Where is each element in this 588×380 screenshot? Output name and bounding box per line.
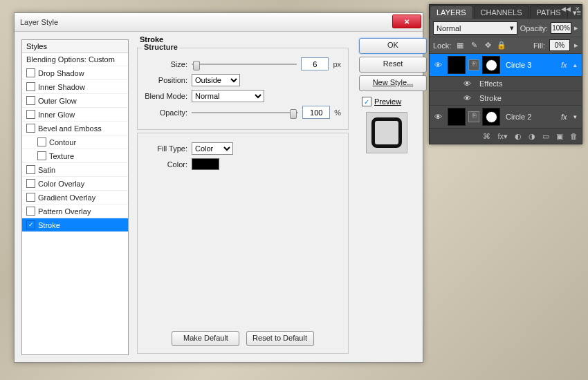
checkbox-icon[interactable] <box>362 97 371 106</box>
checkbox-icon[interactable] <box>26 82 35 91</box>
style-color-overlay[interactable]: Color Overlay <box>22 177 128 191</box>
style-inner-glow[interactable]: Inner Glow <box>22 108 128 122</box>
fx-badge[interactable]: fx <box>561 61 573 69</box>
checkbox-icon[interactable] <box>37 151 46 160</box>
style-outer-glow[interactable]: Outer Glow <box>22 94 128 108</box>
style-texture[interactable]: Texture <box>22 149 128 163</box>
visibility-eye-icon[interactable]: 👁 <box>430 113 446 121</box>
opacity-value[interactable]: 100% <box>551 22 571 34</box>
dialog-titlebar[interactable]: Layer Style ✕ <box>15 13 423 32</box>
panel-tabs: LAYERS CHANNELS PATHS ▾≡ <box>430 5 582 19</box>
blend-mode-dropdown[interactable]: Normal▾ <box>433 21 517 35</box>
mask-icon[interactable]: ◐ <box>515 132 522 141</box>
adjustment-icon[interactable]: ◑ <box>529 132 535 141</box>
close-icon[interactable]: ✕ <box>575 6 580 12</box>
tab-channels[interactable]: CHANNELS <box>474 6 529 19</box>
fill-label: Fill: <box>533 41 545 50</box>
blend-mode-select[interactable]: Normal <box>192 90 264 102</box>
checkbox-icon[interactable] <box>26 165 35 174</box>
style-bevel-emboss[interactable]: Bevel and Emboss <box>22 122 128 135</box>
layer-style-dialog: Layer Style ✕ Styles Blending Options: C… <box>14 12 423 363</box>
size-input[interactable] <box>301 57 329 70</box>
panel-collapse-controls[interactable]: ◀◀✕ <box>561 6 580 12</box>
chevron-right-icon[interactable]: ▸ <box>574 41 578 50</box>
size-slider[interactable] <box>192 60 297 68</box>
style-pattern-overlay[interactable]: Pattern Overlay <box>22 205 128 218</box>
stroke-effect-row[interactable]: 👁Stroke <box>430 91 582 105</box>
opacity-slider[interactable] <box>192 108 298 117</box>
layer-row[interactable]: 👁 ⎘ Circle 3 fx ▴ <box>430 53 582 76</box>
checkbox-icon[interactable] <box>26 96 35 105</box>
style-drop-shadow[interactable]: Drop Shadow <box>22 66 128 80</box>
styles-header[interactable]: Styles <box>22 40 128 53</box>
fill-value[interactable]: 0% <box>549 39 570 51</box>
trash-icon[interactable]: 🗑 <box>570 132 578 140</box>
style-contour[interactable]: Contour <box>22 135 128 149</box>
fill-type-select[interactable]: Color <box>192 142 233 155</box>
checkbox-icon[interactable] <box>26 179 35 188</box>
layer-mask-thumbnail[interactable] <box>482 108 500 126</box>
checkbox-icon[interactable] <box>26 193 35 202</box>
folder-icon[interactable]: ▭ <box>542 132 549 141</box>
color-swatch[interactable] <box>192 158 219 170</box>
link-icon[interactable]: ⎘ <box>468 111 479 122</box>
layers-bottom-bar: ⌘ fx▾ ◐ ◑ ▭ ▣ 🗑 <box>430 128 582 144</box>
link-icon[interactable]: ⎘ <box>468 59 479 70</box>
lock-transparency-icon[interactable]: ▦ <box>455 41 465 50</box>
layer-row[interactable]: 👁 ⎘ Circle 2 fx ▾ <box>430 105 582 128</box>
checkbox-icon[interactable] <box>37 137 46 146</box>
fx-badge[interactable]: fx <box>561 113 573 121</box>
layer-name[interactable]: Circle 2 <box>502 113 561 121</box>
style-inner-shadow[interactable]: Inner Shadow <box>22 80 128 94</box>
size-label: Size: <box>145 60 187 68</box>
preview-label: Preview <box>374 97 401 106</box>
position-select[interactable]: Outside <box>192 74 240 86</box>
layer-thumbnail[interactable] <box>448 56 466 74</box>
link-layers-icon[interactable]: ⌘ <box>483 132 490 141</box>
checkbox-icon[interactable] <box>26 110 35 119</box>
group-label-structure: Structure <box>142 43 180 51</box>
checkbox-icon[interactable] <box>26 220 35 229</box>
make-default-button[interactable]: Make Default <box>172 331 239 346</box>
reset-default-button[interactable]: Reset to Default <box>246 331 314 346</box>
lock-label: Lock: <box>433 41 451 50</box>
new-layer-icon[interactable]: ▣ <box>556 132 563 141</box>
chevron-down-icon[interactable]: ▾ <box>573 113 582 120</box>
checkbox-icon[interactable] <box>26 68 35 77</box>
style-gradient-overlay[interactable]: Gradient Overlay <box>22 191 128 205</box>
chevron-right-icon[interactable]: ▸ <box>574 23 578 32</box>
lock-move-icon[interactable]: ✥ <box>483 41 493 50</box>
lock-all-icon[interactable]: 🔒 <box>497 41 506 50</box>
preview-toggle[interactable]: Preview <box>362 97 412 106</box>
tab-layers[interactable]: LAYERS <box>430 6 473 19</box>
layer-mask-thumbnail[interactable] <box>482 56 500 74</box>
preview-thumbnail <box>366 112 407 153</box>
slider-thumb-icon[interactable] <box>290 109 297 119</box>
size-unit: px <box>333 60 341 68</box>
layer-name[interactable]: Circle 3 <box>502 61 561 69</box>
new-style-button[interactable]: New Style... <box>359 75 427 91</box>
visibility-eye-icon[interactable]: 👁 <box>430 61 446 69</box>
style-satin[interactable]: Satin <box>22 163 128 177</box>
chevron-up-icon[interactable]: ▴ <box>573 61 582 68</box>
visibility-eye-icon[interactable]: 👁 <box>460 79 474 88</box>
visibility-eye-icon[interactable]: 👁 <box>460 94 474 102</box>
close-button[interactable]: ✕ <box>392 15 421 28</box>
preview-shape-icon <box>371 117 402 148</box>
reset-button[interactable]: Reset <box>359 57 427 73</box>
style-stroke[interactable]: Stroke <box>22 218 128 232</box>
blend-mode-label: Blend Mode: <box>145 92 187 100</box>
canvas-circle-shape <box>425 130 535 240</box>
fx-menu-icon[interactable]: fx▾ <box>497 132 508 141</box>
blending-options-row[interactable]: Blending Options: Custom <box>22 53 128 66</box>
checkbox-icon[interactable] <box>26 124 35 133</box>
layer-thumbnail[interactable] <box>448 108 466 126</box>
fill-group: Fill Type: Color Color: Make Default Res… <box>137 133 349 354</box>
chevron-left-icon[interactable]: ◀◀ <box>561 6 571 12</box>
ok-button[interactable]: OK <box>359 38 427 54</box>
opacity-input[interactable] <box>302 106 330 119</box>
lock-brush-icon[interactable]: ✎ <box>469 41 479 50</box>
checkbox-icon[interactable] <box>26 207 35 216</box>
effects-row[interactable]: 👁Effects <box>430 76 582 91</box>
slider-thumb-icon[interactable] <box>193 61 200 70</box>
